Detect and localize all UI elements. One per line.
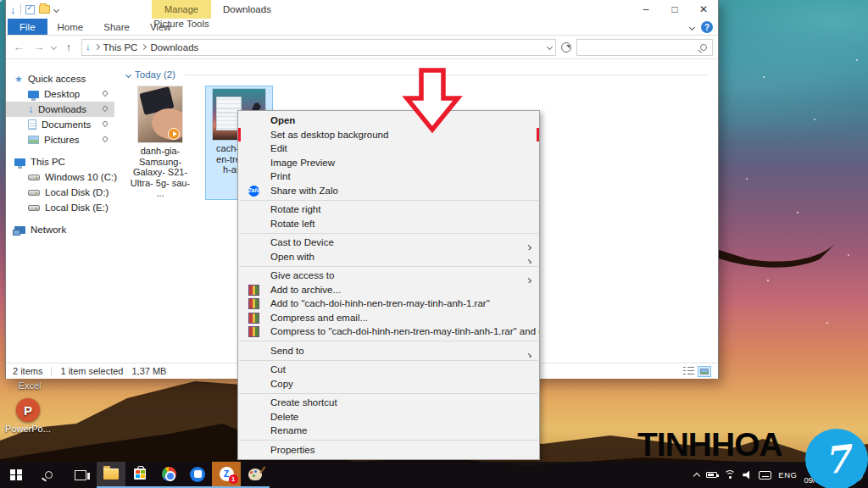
chrome-icon <box>162 467 176 481</box>
menu-item-send-to[interactable]: Send to <box>238 344 539 358</box>
language-indicator[interactable]: ENG <box>778 470 797 480</box>
taskbar-chrome[interactable] <box>154 462 183 488</box>
quick-access-star-icon: ★ <box>14 74 23 85</box>
pin-icon <box>102 90 108 97</box>
breadcrumb-downloads[interactable]: Downloads <box>150 42 198 53</box>
tray-show-hidden-icons-chevron[interactable] <box>693 473 700 480</box>
taskbar-paint[interactable] <box>241 462 270 488</box>
tab-file[interactable]: File <box>8 19 47 35</box>
menu-item-rotate-right[interactable]: Rotate right <box>238 202 539 217</box>
manage-contextual-tab[interactable]: Manage <box>152 0 211 19</box>
back-icon[interactable]: ← <box>11 41 26 53</box>
watermark-logo-circle: 7 <box>805 429 868 488</box>
winrar-icon <box>248 326 259 337</box>
thumbnail-view-icon[interactable] <box>698 366 711 377</box>
menu-item-rename[interactable]: Rename <box>238 424 539 438</box>
taskbar-zalo[interactable]: Z1 <box>212 462 241 488</box>
blue-circle-app-icon <box>190 467 205 482</box>
sidebar-item-quick-access[interactable]: ★ Quick access <box>6 71 114 86</box>
menu-item-open-with[interactable]: Open with <box>238 250 539 264</box>
task-view-button[interactable] <box>64 462 97 488</box>
group-collapse-chevron-icon[interactable] <box>125 71 131 77</box>
menu-item-rotate-left[interactable]: Rotate left <box>238 217 539 231</box>
breadcrumb-this-pc[interactable]: This PC <box>103 42 138 53</box>
taskbar-microsoft-store[interactable] <box>125 462 154 488</box>
tab-picture-tools[interactable]: Picture Tools <box>152 19 211 29</box>
view-toggles <box>683 366 711 377</box>
taskbar: Z1 ENG 5:56 09/03/2021 5 <box>0 462 868 488</box>
tab-home[interactable]: Home <box>47 19 94 35</box>
paint-icon <box>248 469 262 480</box>
wallpaper-branch-silhouette <box>716 239 868 290</box>
menu-item-add-to-archive[interactable]: Add to archive... <box>238 283 539 297</box>
search-input[interactable] <box>576 39 713 56</box>
menu-item-properties[interactable]: Properties <box>238 443 539 458</box>
new-folder-icon[interactable] <box>39 5 50 14</box>
customize-toolbar-chevron-icon[interactable] <box>53 6 58 12</box>
taskbar-blue-app[interactable] <box>183 462 212 488</box>
sidebar-item-desktop[interactable]: Desktop <box>6 86 114 102</box>
menu-item-open[interactable]: Open <box>238 114 539 128</box>
menu-item-cut[interactable]: Cut <box>238 363 539 377</box>
menu-item-print[interactable]: Print <box>238 169 539 184</box>
breadcrumb-chevron-icon[interactable] <box>141 44 147 50</box>
menu-item-image-preview[interactable]: Image Preview <box>238 156 539 170</box>
close-button[interactable]: ✕ <box>689 0 718 19</box>
sidebar-item-this-pc[interactable]: This PC <box>6 154 114 169</box>
forward-icon[interactable]: → <box>31 41 47 53</box>
help-icon[interactable]: ? <box>701 21 713 33</box>
taskbar-file-explorer[interactable] <box>97 462 125 488</box>
menu-item-share-with-zalo[interactable]: Zalo Share with Zalo <box>238 184 539 198</box>
ribbon-collapse-chevron-icon[interactable] <box>689 24 695 30</box>
menu-item-compress-and-email[interactable]: Compress and email... <box>238 311 539 325</box>
downloads-arrow-icon: ↓ <box>28 104 33 114</box>
sidebar-item-local-d[interactable]: Local Disk (D:) <box>6 185 114 200</box>
recent-locations-chevron-icon[interactable] <box>51 44 57 50</box>
title-bar: ↓ Manage Downloads – □ ✕ <box>6 0 718 19</box>
watermark-seven: 7 <box>821 436 852 482</box>
sidebar-item-local-e[interactable]: Local Disk (E:) <box>6 200 114 215</box>
search-icon <box>45 471 53 479</box>
breadcrumb-chevron-icon[interactable] <box>93 44 99 50</box>
tab-share[interactable]: Share <box>93 19 140 35</box>
address-bar[interactable]: ↓ This PC Downloads <box>81 39 556 56</box>
pin-icon <box>102 136 108 142</box>
sidebar-item-downloads[interactable]: ↓ Downloads <box>6 102 114 117</box>
speaker-icon[interactable] <box>743 471 752 480</box>
sidebar-item-network[interactable]: Network <box>6 222 114 237</box>
maximize-button[interactable]: □ <box>660 0 689 19</box>
file-item-video[interactable]: danh-gia- Samsung- Galaxy- S21- Ultra- 5… <box>130 86 191 199</box>
menu-item-create-shortcut[interactable]: Create shortcut <box>238 396 539 410</box>
menu-item-delete[interactable]: Delete <box>238 410 539 424</box>
menu-item-set-as-desktop-background[interactable]: Set as desktop background <box>238 128 539 142</box>
touch-keyboard-icon[interactable] <box>759 471 771 480</box>
minimize-button[interactable]: – <box>632 0 660 19</box>
properties-icon[interactable] <box>25 5 35 14</box>
menu-item-copy[interactable]: Copy <box>238 377 539 391</box>
file-explorer-icon <box>103 469 119 480</box>
pin-icon <box>102 120 108 127</box>
toolbar-divider <box>20 4 21 14</box>
start-button[interactable] <box>0 462 32 488</box>
wifi-icon[interactable] <box>724 470 736 480</box>
sidebar-item-windows-c[interactable]: Windows 10 (C:) <box>6 169 114 185</box>
desktop-icon-excel[interactable]: Excel <box>8 380 51 391</box>
submenu-chevron-icon <box>526 352 531 358</box>
up-icon[interactable]: ↑ <box>61 41 76 53</box>
picture-icon <box>28 136 39 144</box>
taskbar-search-button[interactable] <box>32 462 64 488</box>
menu-item-add-to-named-rar[interactable]: Add to "cach-doi-hinh-nen-tren-may-tinh-… <box>238 297 539 311</box>
details-view-icon[interactable] <box>683 367 694 376</box>
battery-icon[interactable] <box>706 472 717 478</box>
sidebar-item-documents[interactable]: Documents <box>6 117 114 132</box>
refresh-icon[interactable] <box>561 42 571 53</box>
address-dropdown-chevron-icon[interactable] <box>547 44 553 50</box>
menu-item-give-access-to[interactable]: Give access to <box>238 269 539 283</box>
sidebar-item-pictures[interactable]: Pictures <box>6 132 114 147</box>
menu-item-cast-to-device[interactable]: Cast to Device <box>238 236 539 250</box>
menu-item-compress-to-named-rar-and-email[interactable]: Compress to "cach-doi-hinh-nen-tren-may-… <box>238 324 539 339</box>
desktop-icon-powerpoint[interactable]: P PowerPo... <box>3 398 53 434</box>
menu-item-edit[interactable]: Edit <box>238 141 539 156</box>
selected-size: 1,37 MB <box>131 366 166 376</box>
windows-logo-icon <box>10 469 22 481</box>
